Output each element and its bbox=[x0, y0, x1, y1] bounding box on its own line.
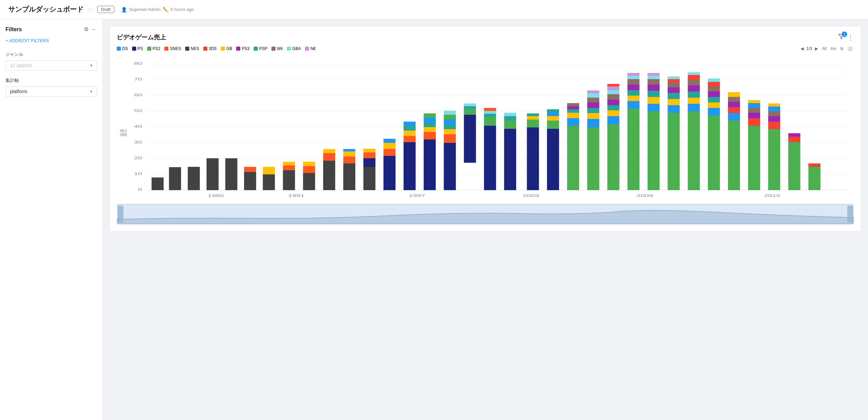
legend-item-n€[interactable]: N€ bbox=[305, 46, 316, 51]
svg-rect-59 bbox=[424, 118, 436, 122]
svg-rect-162 bbox=[748, 113, 760, 118]
svg-rect-110 bbox=[607, 94, 619, 100]
svg-rect-80 bbox=[504, 116, 516, 121]
svg-rect-40 bbox=[343, 151, 355, 157]
svg-rect-102 bbox=[587, 98, 599, 102]
svg-rect-128 bbox=[648, 76, 660, 79]
svg-rect-47 bbox=[383, 149, 395, 156]
svg-text:10: 10 bbox=[134, 172, 142, 176]
svg-rect-133 bbox=[668, 93, 680, 99]
svg-rect-79 bbox=[504, 121, 516, 129]
legend-label: GBA bbox=[292, 46, 301, 51]
svg-rect-38 bbox=[343, 163, 355, 190]
svg-text:70: 70 bbox=[134, 77, 142, 81]
svg-rect-109 bbox=[607, 100, 619, 105]
draft-badge[interactable]: Draft bbox=[97, 6, 114, 13]
more-options-button[interactable]: ⋮ bbox=[847, 33, 854, 41]
svg-rect-43 bbox=[363, 158, 375, 167]
legend-all-button[interactable]: All bbox=[821, 46, 828, 52]
svg-rect-105 bbox=[607, 124, 619, 190]
svg-text:50: 50 bbox=[134, 109, 142, 113]
svg-rect-99 bbox=[587, 113, 599, 119]
svg-rect-53 bbox=[404, 126, 416, 131]
legend-copy-button[interactable]: ⧉ bbox=[839, 46, 845, 52]
svg-rect-166 bbox=[768, 129, 780, 190]
legend-color bbox=[147, 47, 151, 51]
svg-rect-154 bbox=[728, 121, 740, 190]
svg-rect-112 bbox=[607, 86, 619, 90]
legend-item-gb[interactable]: GB bbox=[221, 46, 232, 51]
legend-label: PS3 bbox=[242, 46, 250, 51]
svg-text:1991: 1991 bbox=[288, 194, 305, 198]
star-icon[interactable]: ☆ bbox=[88, 6, 93, 13]
legend-item-psp[interactable]: PSP bbox=[254, 46, 267, 51]
gear-icon[interactable]: ⚙ bbox=[84, 26, 89, 33]
time-label: 6 hours ago bbox=[170, 7, 194, 12]
legend-item-gba[interactable]: GBA bbox=[287, 46, 301, 51]
add-edit-filters-button[interactable]: + ADD/EDIT FILTERS bbox=[5, 38, 97, 43]
svg-rect-185 bbox=[847, 206, 853, 223]
svg-rect-164 bbox=[748, 103, 760, 108]
svg-rect-114 bbox=[627, 109, 639, 190]
chart-title: ビデオゲーム売上 bbox=[117, 33, 166, 41]
svg-rect-143 bbox=[688, 80, 700, 85]
svg-rect-28 bbox=[263, 167, 275, 174]
svg-rect-56 bbox=[424, 132, 436, 139]
svg-rect-29 bbox=[283, 170, 295, 190]
chart-card: ビデオゲーム売上 1 ⋮ DSPSPS2SNESNES3DSGBPS3PSPWi… bbox=[110, 26, 861, 232]
legend-label: 3DS bbox=[209, 46, 217, 51]
svg-rect-137 bbox=[668, 76, 680, 79]
axis-filter-select[interactable]: platform ▾ bbox=[5, 86, 97, 97]
svg-rect-32 bbox=[303, 173, 315, 190]
legend-color bbox=[254, 47, 258, 51]
chart-filter-button[interactable]: 1 bbox=[838, 34, 844, 41]
legend-item-ps[interactable]: PS bbox=[132, 46, 143, 51]
svg-text:60: 60 bbox=[134, 93, 142, 97]
svg-text:販売: 販売 bbox=[120, 129, 128, 136]
svg-rect-95 bbox=[567, 106, 579, 109]
legend-item-3ds[interactable]: 3DS bbox=[203, 46, 217, 51]
legend-color bbox=[287, 47, 291, 51]
svg-rect-152 bbox=[708, 82, 720, 87]
genre-chevron-icon: ▾ bbox=[90, 63, 92, 68]
svg-rect-158 bbox=[728, 97, 740, 102]
header-meta: 👤 Superset Admin ✏️ 6 hours ago bbox=[121, 7, 194, 12]
collapse-icon[interactable]: ← bbox=[91, 26, 97, 33]
svg-rect-107 bbox=[607, 110, 619, 116]
svg-rect-94 bbox=[567, 109, 579, 113]
legend-prev-button[interactable]: ◀ bbox=[799, 46, 805, 52]
chart-scroll-area[interactable] bbox=[117, 204, 854, 224]
legend-item-ds[interactable]: DS bbox=[117, 46, 128, 51]
svg-rect-64 bbox=[444, 124, 456, 129]
legend-inv-button[interactable]: Inv bbox=[829, 46, 838, 52]
svg-rect-81 bbox=[504, 113, 516, 116]
svg-rect-85 bbox=[527, 113, 539, 116]
svg-rect-44 bbox=[363, 152, 375, 158]
axis-filter-label: 集計軸 bbox=[5, 77, 97, 84]
svg-rect-101 bbox=[587, 102, 599, 108]
legend-item-ps3[interactable]: PS3 bbox=[236, 46, 250, 51]
legend-label: DS bbox=[122, 46, 128, 51]
svg-rect-55 bbox=[424, 139, 436, 190]
axis-chevron-icon: ▾ bbox=[90, 89, 92, 94]
svg-rect-97 bbox=[587, 127, 599, 190]
legend-item-wii[interactable]: Wii bbox=[271, 46, 283, 51]
svg-rect-75 bbox=[484, 114, 496, 117]
genre-filter-select[interactable]: 12 options ▾ bbox=[5, 60, 97, 71]
svg-rect-132 bbox=[668, 99, 680, 105]
legend-expand-button[interactable]: ⬜ bbox=[846, 46, 854, 52]
legend-item-ps2[interactable]: PS2 bbox=[147, 46, 161, 51]
svg-text:30: 30 bbox=[134, 140, 142, 144]
genre-filter-value: 12 options bbox=[10, 63, 32, 68]
svg-rect-70 bbox=[464, 109, 476, 115]
legend-item-snes[interactable]: SNES bbox=[164, 46, 181, 51]
legend-next-button[interactable]: ▶ bbox=[814, 46, 819, 52]
legend-label: Wii bbox=[277, 46, 283, 51]
legend-item-nes[interactable]: NES bbox=[185, 46, 199, 51]
svg-rect-90 bbox=[547, 109, 559, 113]
svg-rect-138 bbox=[688, 111, 700, 190]
svg-rect-174 bbox=[788, 133, 800, 137]
svg-rect-87 bbox=[547, 121, 559, 129]
svg-rect-119 bbox=[627, 79, 639, 85]
legend-page: 1/3 bbox=[806, 46, 812, 51]
